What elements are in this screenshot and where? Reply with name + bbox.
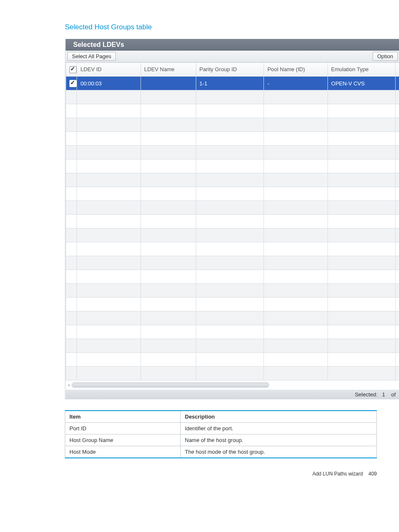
table-row	[66, 298, 399, 311]
table-row	[66, 215, 399, 229]
col-parity-group-id[interactable]: Parity Group ID	[196, 63, 264, 77]
status-bar: Selected: 1 of	[66, 390, 399, 399]
cell-pool-name: -	[264, 77, 327, 90]
panel-title: Selected LDEVs	[66, 39, 399, 51]
panel-toolbar: Select All Pages Option	[66, 51, 399, 62]
header-checkbox-cell[interactable]	[66, 63, 77, 77]
desc-description: The host mode of the host group.	[181, 446, 377, 458]
status-label: Selected:	[355, 391, 377, 398]
cell-ldev-name	[141, 77, 196, 90]
table-row	[66, 270, 399, 284]
col-ldev-id[interactable]: LDEV ID	[77, 63, 141, 77]
desc-header-description: Description	[181, 411, 377, 423]
table-row	[66, 325, 399, 339]
table-row	[66, 90, 399, 104]
desc-item: Port ID	[65, 423, 181, 434]
table-row	[66, 339, 399, 353]
desc-item: Host Mode	[65, 446, 181, 458]
table-row	[66, 311, 399, 325]
desc-row: Host Group NameName of the host group.	[65, 434, 377, 446]
desc-header-item: Item	[65, 411, 181, 423]
col-pool-name[interactable]: Pool Name (ID)	[264, 63, 327, 77]
ldev-table: LDEV ID LDEV Name Parity Group ID Pool N…	[66, 62, 399, 380]
desc-row: Port IDIdentifier of the port.	[65, 423, 377, 434]
desc-description: Name of the host group.	[181, 434, 377, 446]
cell-parity-group-id: 1-1	[196, 77, 264, 90]
status-of: of	[391, 391, 396, 398]
desc-row: Host ModeThe host mode of the host group…	[65, 446, 377, 458]
scroll-track	[72, 382, 269, 388]
col-capacity[interactable]: C	[396, 63, 399, 77]
table-row[interactable]: 00:00:031-1-OPEN-V CVS	[66, 77, 399, 90]
table-row	[66, 353, 399, 367]
table-row	[66, 118, 399, 132]
description-table: Item Description Port IDIdentifier of th…	[65, 410, 377, 458]
table-row	[66, 173, 399, 187]
table-row	[66, 159, 399, 173]
table-row	[66, 256, 399, 270]
scroll-thumb[interactable]	[72, 383, 269, 387]
table-row	[66, 146, 399, 159]
cell-emulation-type: OPEN-V CVS	[327, 77, 396, 90]
cell-capacity	[396, 77, 399, 90]
options-button[interactable]: Option	[373, 52, 398, 61]
table-row	[66, 201, 399, 215]
table-row	[66, 104, 399, 118]
section-title: Selected Host Groups table	[65, 23, 399, 31]
selected-ldevs-panel: Selected LDEVs Select All Pages Option L…	[65, 39, 399, 399]
col-ldev-name[interactable]: LDEV Name	[141, 63, 196, 77]
col-emulation-type[interactable]: Emulation Type	[327, 63, 396, 77]
table-row	[66, 284, 399, 298]
status-count: 1	[382, 391, 385, 398]
cell-ldev-id: 00:00:03	[77, 77, 141, 90]
table-row	[66, 132, 399, 146]
select-all-pages-button[interactable]: Select All Pages	[67, 52, 116, 61]
desc-item: Host Group Name	[65, 434, 181, 446]
table-row	[66, 229, 399, 242]
desc-description: Identifier of the port.	[181, 423, 377, 434]
table-row	[66, 187, 399, 201]
checkbox-icon	[69, 66, 77, 73]
scroll-left-icon: ‹	[68, 382, 70, 388]
table-row	[66, 242, 399, 256]
footer-text: Add LUN Paths wizard	[312, 471, 363, 477]
horizontal-scrollbar[interactable]: ‹	[66, 380, 399, 390]
checkbox-icon	[69, 80, 77, 87]
row-checkbox-cell[interactable]	[66, 77, 77, 90]
table-row	[66, 367, 399, 380]
footer-page: 409	[368, 471, 377, 477]
page-footer: Add LUN Paths wizard 409	[65, 471, 377, 477]
